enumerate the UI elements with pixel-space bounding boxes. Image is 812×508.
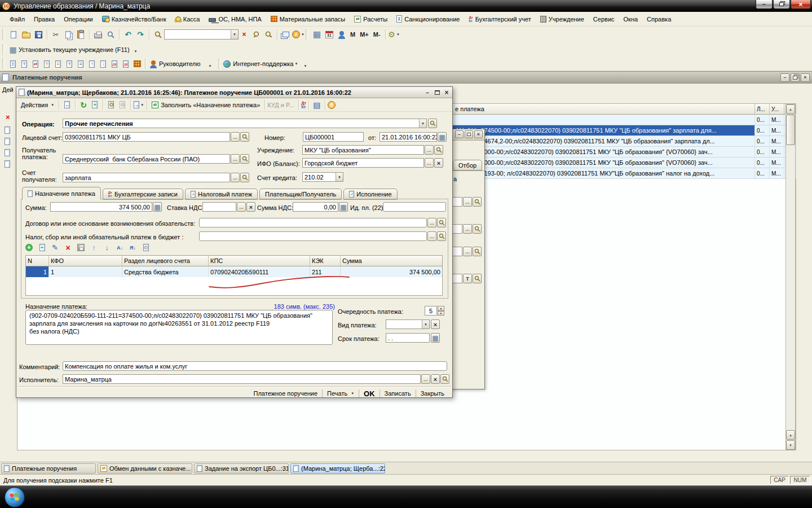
account-ellipsis-button[interactable]: ... [231, 132, 240, 142]
quick-search-input[interactable]: ▼ [164, 29, 239, 40]
search-dropdown-icon[interactable]: ▼ [231, 30, 238, 39]
menu-assets[interactable]: ОС, НМА, НПА [205, 15, 265, 24]
memory-m-minus-button[interactable]: M- [371, 30, 383, 38]
edit-row-button[interactable]: ✎ [50, 243, 60, 252]
find-button[interactable] [152, 28, 164, 41]
menu-materials[interactable]: Материальные запасы [267, 15, 350, 24]
scrollbar-thumb[interactable] [786, 115, 795, 145]
exchange-doc-button[interactable]: ⇄ [30, 58, 41, 69]
user-permissions-button[interactable] [336, 28, 348, 41]
column-header-u[interactable]: У... [770, 104, 784, 115]
ok-button[interactable]: OK [359, 389, 379, 398]
list-doc-button[interactable]: ≡ [75, 58, 86, 69]
toolbar-grip[interactable] [2, 29, 5, 40]
open-button[interactable] [20, 28, 32, 41]
dropdown-icon[interactable]: ▼ [419, 119, 426, 128]
payee-ellipsis-button[interactable]: ... [231, 154, 240, 164]
filter-lookup-button[interactable] [473, 224, 482, 234]
mdi-close-button[interactable]: × [801, 73, 810, 82]
menu-authorization[interactable]: ΣСанкционирование [392, 14, 464, 24]
dk-doc-button[interactable]: дк [120, 58, 131, 69]
export-button[interactable]: →▼ [133, 99, 144, 111]
list-toolbar-icon[interactable] [5, 160, 10, 168]
payment-id-field[interactable] [383, 202, 446, 212]
refresh-button[interactable]: ↻ [78, 99, 89, 111]
comment-field[interactable]: Компенсация по оплате жилья и ком.услуг [63, 361, 447, 371]
t-journal-button[interactable]: Т [19, 58, 30, 69]
tab-assignment[interactable]: Назначение платежа [22, 187, 101, 200]
copy-add-button[interactable]: + [89, 99, 100, 111]
tax-field[interactable] [199, 231, 427, 241]
sort-desc-button[interactable]: Я↓ [128, 243, 138, 252]
mdi-task-export-job[interactable]: Задание на экспорт ЦБ0...:31 [194, 463, 289, 474]
institution-lookup-button[interactable] [434, 145, 443, 155]
priority-spinner[interactable]: ▲▼ [438, 306, 444, 316]
actions-menu-partial[interactable]: Дей [2, 86, 14, 93]
priority-field[interactable]: 5 [425, 306, 437, 316]
dialog-close-button[interactable]: × [442, 89, 451, 97]
mdi-minimize-button[interactable]: – [780, 73, 789, 82]
sigma-dk-button[interactable]: дк [109, 58, 120, 69]
contract-lookup-button[interactable] [437, 218, 446, 227]
executor-lookup-button[interactable] [440, 374, 449, 384]
assignment-textarea[interactable]: (902-0709-024020Б590-111-211=374500-00;л… [25, 310, 333, 345]
personal-account-field[interactable]: 039020811751 МКУ ЦБ [63, 132, 230, 142]
number-field[interactable]: ЦБ000001 [303, 132, 364, 142]
sum-field[interactable]: 374 500,00 [50, 202, 152, 212]
col-header-kfo[interactable]: КФО [49, 256, 122, 266]
col-header-n[interactable]: N [26, 256, 49, 266]
post-document-button[interactable]: ← [61, 99, 73, 111]
payee-account-ellipsis-button[interactable]: ... [231, 173, 240, 182]
filter-t-button[interactable]: T [463, 274, 472, 283]
cut-button[interactable]: ✂ [50, 28, 62, 41]
add-row-button[interactable]: + [24, 243, 34, 252]
clear-search-button[interactable]: × [239, 29, 250, 40]
payment-order-button[interactable]: Платежное поручение [249, 390, 323, 397]
contract-ellipsis-button[interactable]: ... [427, 218, 436, 227]
credit-account-select[interactable]: 210.02▼ [302, 172, 343, 182]
dropdown-icon[interactable]: ▼ [336, 173, 343, 181]
tax-ellipsis-button[interactable]: ... [427, 231, 436, 241]
dt-kt-button[interactable]: ДтКт [301, 101, 306, 109]
filter-lookup-button[interactable] [473, 197, 482, 207]
memory-m-button[interactable]: M [348, 30, 358, 38]
spin-up-icon[interactable]: ▲ [438, 306, 444, 311]
dialog-maximize-button[interactable] [433, 89, 442, 97]
filter-close-button[interactable]: × [474, 130, 483, 138]
help-button[interactable]: ? [328, 101, 336, 109]
menu-service[interactable]: Сервис [589, 15, 619, 24]
filter-restore-button[interactable] [465, 130, 473, 138]
spin-down-icon[interactable]: ▼ [438, 311, 444, 316]
filter-lookup-button[interactable] [473, 247, 482, 256]
tab-filter[interactable]: Отбор [453, 160, 482, 170]
fill-button[interactable] [105, 99, 117, 111]
date-calendar-button[interactable]: ▦ [438, 132, 447, 142]
payment-kind-clear-button[interactable]: × [431, 319, 440, 329]
records-button[interactable]: ▤ [311, 99, 323, 111]
ifo-ellipsis-button[interactable]: ... [425, 158, 434, 168]
mdi-task-payment-orders[interactable]: Платежные поручения [1, 463, 96, 474]
sum-calc-button[interactable]: ▦ [153, 202, 162, 212]
filter-ellipsis-button[interactable]: ... [463, 247, 472, 256]
scroll-down-button[interactable]: ▼ [786, 440, 795, 450]
date-field[interactable]: 21.01.2016 16:00:22 [379, 132, 437, 142]
menu-accounting[interactable]: ДтКтБухгалтерский учет [465, 15, 535, 24]
list-toolbar-icon[interactable] [5, 149, 10, 156]
col-header-section[interactable]: Раздел лицевого счета [122, 256, 209, 266]
menu-help[interactable]: Справка [643, 15, 675, 24]
print-preview-button[interactable] [104, 28, 117, 41]
actions-button[interactable]: Действия▼ [19, 101, 56, 109]
tab-tax-payment[interactable]: ≡Налоговый платеж [185, 189, 258, 200]
app-minimize-button[interactable]: – [756, 0, 773, 9]
mdi-task-treasury-exchange[interactable]: ⇄Обмен данными с казначе... [98, 463, 192, 474]
chevron-down-icon[interactable]: ▼ [134, 50, 138, 53]
app-restore-button[interactable] [773, 0, 790, 9]
vat-rate-clear-button[interactable]: × [246, 202, 255, 212]
windows-list-button[interactable] [280, 28, 292, 41]
tab-accounting-records[interactable]: ДтКтБухгалтерские записи [103, 189, 183, 200]
col-header-sum[interactable]: Сумма [341, 256, 442, 266]
t-doc-button[interactable]: Т [64, 58, 75, 69]
menu-treasury-bank[interactable]: Казначейство/Банк [98, 15, 170, 24]
executor-field[interactable]: Марина_матрца [63, 374, 421, 384]
checker-doc-button[interactable] [131, 58, 143, 69]
